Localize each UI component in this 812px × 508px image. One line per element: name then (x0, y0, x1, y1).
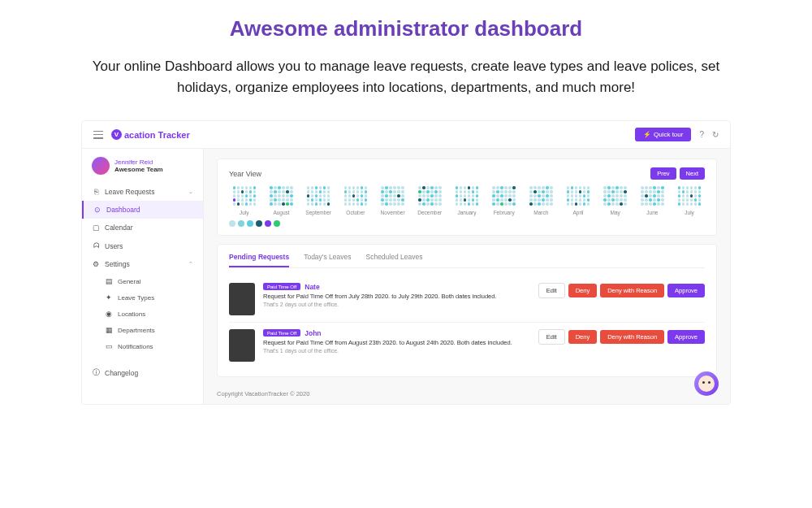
sidebar-item-changelog[interactable]: ⓘ Changelog (82, 363, 203, 383)
request-description: Request for Paid Time Off from August 23… (263, 339, 530, 347)
logo-mark: V (111, 129, 122, 140)
month-label: May (611, 210, 620, 215)
user-avatar (92, 157, 110, 175)
legend-dot (274, 220, 280, 227)
sidebar-item-label: Locations (118, 310, 145, 318)
month-label: November (381, 210, 405, 215)
sidebar-item-leave-requests[interactable]: ⎘ Leave Requests ⌄ (82, 183, 203, 201)
gear-icon: ⚙ (92, 260, 100, 268)
sidebar-item-locations[interactable]: ◉Locations (105, 306, 203, 322)
page-subtitle: Your online Dashboard allows you to mana… (65, 56, 747, 98)
request-avatar (229, 329, 255, 362)
request-note: That's 1 days out of the office. (263, 348, 530, 354)
deny-with-reason-button[interactable]: Deny with Reason (600, 330, 664, 344)
sidebar-item-settings[interactable]: ⚙ Settings ⌃ (82, 255, 203, 273)
doc-icon: ▤ (105, 277, 113, 285)
legend-dot (238, 220, 244, 227)
sidebar-item-label: Settings (105, 260, 130, 268)
request-description: Request for Paid Time Off from July 28th… (263, 293, 530, 301)
legend-dot (229, 220, 235, 227)
requests-card: Pending Requests Today's Leaves Schedule… (217, 244, 717, 377)
tab-pending-requests[interactable]: Pending Requests (229, 253, 289, 267)
month-label: June (646, 210, 658, 215)
chevron-down-icon: ⌄ (188, 189, 193, 195)
sidebar-item-label: Changelog (105, 369, 138, 377)
deny-button[interactable]: Deny (568, 284, 598, 297)
user-team: Awesome Team (114, 166, 163, 173)
months-grid: JulyAugustSeptemberOctoberNovemberDecemb… (229, 186, 705, 215)
approve-button[interactable]: Approve (667, 330, 705, 344)
deny-with-reason-button[interactable]: Deny with Reason (600, 284, 664, 297)
sidebar-item-general[interactable]: ▤General (105, 273, 203, 289)
chat-bubble-button[interactable] (694, 371, 719, 396)
brand-name: acation Tracker (124, 130, 190, 140)
sidebar-item-label: Calendar (105, 224, 133, 232)
month-label: January (457, 210, 476, 215)
menu-toggle-icon[interactable] (93, 131, 103, 139)
year-view-card: Year View Prev Next JulyAugustSeptemberO… (217, 158, 717, 236)
sidebar-item-notifications[interactable]: ▭Notifications (105, 338, 203, 354)
bell-icon: ▭ (105, 342, 113, 350)
sidebar-item-label: Leave Types (118, 294, 154, 302)
quick-tour-label: Quick tour (654, 131, 683, 138)
tags-icon: ✦ (105, 293, 113, 302)
sidebar-item-label: Users (105, 242, 123, 250)
leave-request-row: Paid Time Off Nate Request for Paid Time… (229, 276, 705, 323)
page-title: Awesome administrator dashboard (65, 16, 747, 41)
building-icon: ▦ (105, 326, 113, 334)
leave-type-badge: Paid Time Off (263, 283, 300, 290)
month-label: April (573, 210, 584, 215)
lightning-icon: ⚡ (643, 131, 651, 138)
footer-copyright: Copyright VacationTracker © 2020 (204, 384, 730, 404)
month-label: September (305, 210, 331, 215)
month-label: December (417, 210, 442, 215)
sidebar-item-users[interactable]: ᗣ Users (82, 237, 203, 255)
legend-dot (256, 220, 262, 227)
sidebar-item-leave-types[interactable]: ✦Leave Types (105, 289, 203, 306)
sidebar-item-label: Notifications (118, 343, 153, 350)
sidebar-item-departments[interactable]: ▦Departments (105, 322, 203, 338)
month-label: July (240, 210, 249, 215)
user-block[interactable]: Jennifer Reid Awesome Team (82, 157, 203, 183)
month-label: February (494, 210, 515, 215)
sidebar-item-dashboard[interactable]: ⊙ Dashboard (82, 201, 203, 219)
request-user-name[interactable]: Nate (304, 283, 319, 291)
year-view-title: Year View (229, 170, 261, 178)
edit-button[interactable]: Edit (538, 329, 565, 345)
request-user-name[interactable]: John (304, 329, 321, 337)
help-icon[interactable]: ? (699, 130, 704, 139)
sidebar-item-label: Departments (118, 327, 155, 334)
sidebar-item-label: Leave Requests (105, 188, 154, 196)
main-content: Year View Prev Next JulyAugustSeptemberO… (204, 149, 730, 405)
approve-button[interactable]: Approve (667, 284, 705, 297)
chat-avatar-icon (698, 376, 715, 392)
request-avatar (229, 283, 255, 315)
deny-button[interactable]: Deny (568, 330, 598, 344)
user-name: Jennifer Reid (114, 158, 163, 166)
sidebar-item-calendar[interactable]: ▢ Calendar (82, 219, 203, 237)
pin-icon: ◉ (105, 310, 113, 318)
info-icon: ⓘ (92, 367, 100, 378)
month-label: August (273, 210, 289, 215)
legend (229, 220, 705, 227)
month-label: March (533, 210, 548, 215)
tab-scheduled-leaves[interactable]: Scheduled Leaves (365, 253, 422, 267)
tab-todays-leaves[interactable]: Today's Leaves (304, 253, 351, 267)
leave-request-row: Paid Time Off John Request for Paid Time… (229, 323, 705, 368)
sidebar: Jennifer Reid Awesome Team ⎘ Leave Reque… (82, 149, 204, 405)
users-icon: ᗣ (92, 241, 100, 250)
edit-button[interactable]: Edit (538, 283, 565, 298)
month-label: October (346, 210, 365, 215)
next-button[interactable]: Next (680, 167, 705, 180)
leave-type-badge: Paid Time Off (263, 329, 300, 336)
refresh-icon[interactable]: ↻ (712, 130, 719, 139)
request-note: That's 2 days out of the office. (263, 302, 530, 307)
brand-logo[interactable]: V acation Tracker (111, 129, 190, 140)
dashboard-icon: ⊙ (93, 206, 102, 214)
legend-dot (265, 220, 271, 227)
prev-button[interactable]: Prev (650, 167, 676, 180)
legend-dot (247, 220, 253, 227)
quick-tour-button[interactable]: ⚡ Quick tour (635, 128, 691, 141)
sidebar-item-label: Dashboard (106, 206, 140, 214)
dashboard-app: V acation Tracker ⚡ Quick tour ? ↻ Jenni… (81, 120, 731, 405)
